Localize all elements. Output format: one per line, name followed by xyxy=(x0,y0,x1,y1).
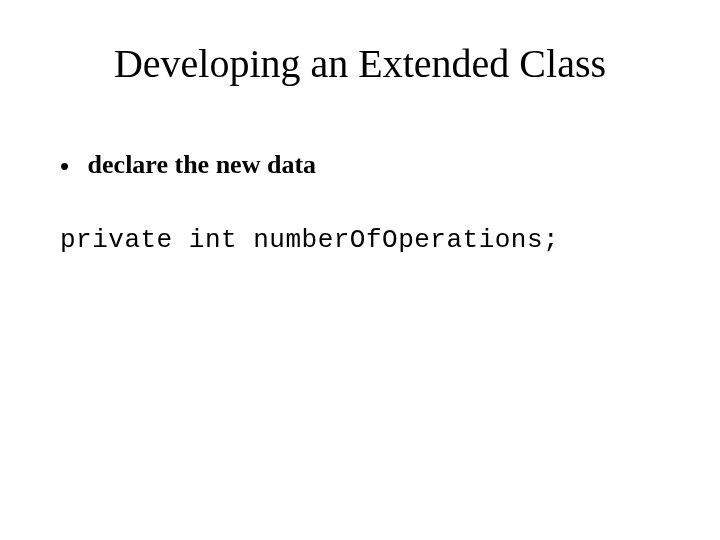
code-snippet: private int numberOfOperations; xyxy=(60,225,680,255)
slide-title: Developing an Extended Class xyxy=(0,40,720,87)
bullet-text: declare the new data xyxy=(88,150,316,179)
bullet-item: • declare the new data xyxy=(60,150,660,180)
slide: Developing an Extended Class • declare t… xyxy=(0,0,720,540)
bullet-marker-icon: • xyxy=(60,154,69,180)
